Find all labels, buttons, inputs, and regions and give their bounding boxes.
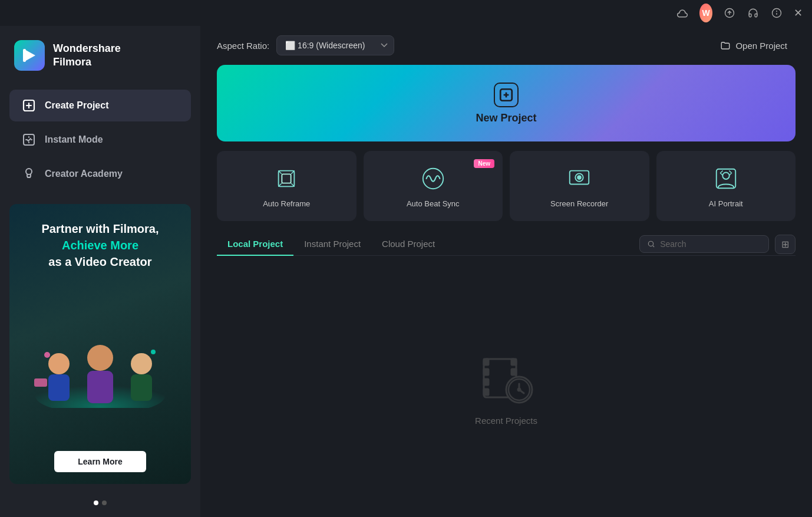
- banner-text: Partner with Filmora, Achieve More as a …: [42, 220, 159, 270]
- reframe-icon: [272, 164, 301, 193]
- ai-portrait-icon: [711, 164, 741, 193]
- svg-rect-15: [131, 374, 152, 401]
- sidebar: Wondershare Filmora Create Project: [0, 26, 200, 517]
- svg-point-25: [577, 176, 581, 179]
- cloud-icon[interactable]: [676, 6, 689, 19]
- svg-marker-4: [25, 50, 35, 61]
- tab-cloud-project[interactable]: Cloud Project: [371, 233, 445, 256]
- beat-sync-icon: [418, 164, 448, 193]
- sidebar-item-creator-academy[interactable]: Creator Academy: [9, 158, 191, 190]
- aspect-ratio-area: Aspect Ratio: ⬜ 16:9 (Widescreen) 4:3 (S…: [217, 35, 394, 55]
- svg-point-17: [151, 350, 156, 354]
- sidebar-nav: Create Project Instant Mode: [0, 90, 200, 190]
- tile-screen-recorder[interactable]: Screen Recorder: [510, 151, 649, 221]
- sidebar-item-label-create: Create Project: [45, 100, 109, 111]
- new-project-banner[interactable]: New Project: [217, 65, 796, 141]
- svg-rect-5: [23, 49, 26, 62]
- main-container: Wondershare Filmora Create Project: [0, 26, 812, 517]
- search-icon: [647, 239, 655, 249]
- banner-dots: [0, 500, 200, 505]
- recent-projects-label: Recent Projects: [475, 416, 537, 426]
- tabs-bar: Local Project Instant Project Cloud Proj…: [217, 233, 796, 256]
- new-project-label: New Project: [476, 112, 536, 124]
- svg-point-16: [44, 352, 50, 358]
- empty-state: Recent Projects: [217, 256, 796, 517]
- feature-tiles: Auto Reframe New Auto Beat Sync: [217, 151, 796, 221]
- plus-square-icon: [21, 98, 37, 113]
- svg-rect-31: [484, 369, 488, 375]
- search-box: [639, 235, 769, 253]
- headphones-icon[interactable]: [747, 6, 760, 19]
- tab-local-project[interactable]: Local Project: [217, 233, 293, 256]
- titlebar: W ✕: [0, 0, 812, 26]
- open-project-button[interactable]: Open Project: [712, 35, 796, 55]
- topbar: Aspect Ratio: ⬜ 16:9 (Widescreen) 4:3 (S…: [200, 26, 812, 65]
- svg-point-27: [722, 173, 729, 179]
- project-tabs: Local Project Instant Project Cloud Proj…: [217, 233, 445, 255]
- new-project-icon: [494, 83, 519, 107]
- tile-ai-portrait[interactable]: AI Portrait: [656, 151, 796, 221]
- svg-rect-13: [87, 371, 113, 403]
- close-icon[interactable]: ✕: [794, 6, 803, 19]
- main-content: Aspect Ratio: ⬜ 16:9 (Widescreen) 4:3 (S…: [200, 26, 812, 517]
- svg-point-10: [48, 353, 70, 374]
- instant-icon: [21, 132, 37, 147]
- svg-rect-21: [282, 174, 291, 183]
- avatar-icon[interactable]: W: [699, 6, 712, 19]
- svg-rect-33: [484, 389, 488, 395]
- tabs-right: ⊞: [639, 235, 796, 254]
- search-input[interactable]: [660, 239, 761, 249]
- tab-instant-project[interactable]: Instant Project: [293, 233, 371, 256]
- tile-auto-beat-sync[interactable]: New Auto Beat Sync: [364, 151, 503, 221]
- aspect-ratio-label: Aspect Ratio:: [217, 41, 269, 51]
- svg-point-14: [131, 353, 152, 374]
- new-badge: New: [474, 159, 494, 168]
- recent-projects-icon: [477, 347, 536, 406]
- bulb-icon: [21, 166, 37, 182]
- sidebar-item-create-project[interactable]: Create Project: [9, 90, 191, 121]
- svg-rect-18: [34, 378, 47, 387]
- project-section: Local Project Instant Project Cloud Proj…: [217, 233, 796, 517]
- banner-people-graphic: [21, 314, 179, 408]
- sidebar-item-label-academy: Creator Academy: [45, 169, 123, 179]
- tile-auto-reframe[interactable]: Auto Reframe: [217, 151, 357, 221]
- tile-ai-portrait-label: AI Portrait: [709, 199, 743, 208]
- tile-auto-reframe-label: Auto Reframe: [263, 199, 310, 208]
- svg-rect-11: [48, 374, 70, 401]
- svg-point-28: [648, 241, 653, 246]
- sidebar-item-label-instant: Instant Mode: [45, 134, 103, 145]
- dot-1[interactable]: [94, 500, 98, 505]
- svg-point-12: [87, 345, 113, 371]
- upload-icon[interactable]: [723, 6, 736, 19]
- filmora-logo-icon: [14, 40, 45, 71]
- svg-point-42: [518, 388, 520, 391]
- logo-area: Wondershare Filmora: [0, 26, 200, 90]
- tile-auto-beat-sync-label: Auto Beat Sync: [407, 199, 460, 208]
- aspect-ratio-select[interactable]: ⬜ 16:9 (Widescreen) 4:3 (Standard) 1:1 (…: [276, 35, 394, 55]
- screen-record-icon: [565, 164, 594, 193]
- learn-more-button[interactable]: Learn More: [54, 451, 146, 472]
- info-icon[interactable]: [770, 6, 783, 19]
- grid-toggle-button[interactable]: ⊞: [775, 235, 796, 254]
- logo-text: Wondershare Filmora: [53, 42, 121, 70]
- dot-2[interactable]: [102, 500, 107, 505]
- svg-point-8: [26, 169, 32, 174]
- svg-rect-34: [511, 359, 516, 365]
- sidebar-item-instant-mode[interactable]: Instant Mode: [9, 124, 191, 156]
- svg-rect-30: [484, 359, 488, 365]
- sidebar-banner: Partner with Filmora, Achieve More as a …: [9, 204, 191, 484]
- tile-screen-recorder-label: Screen Recorder: [550, 199, 608, 208]
- folder-icon: [720, 40, 731, 51]
- svg-rect-32: [484, 379, 488, 385]
- svg-rect-35: [511, 369, 516, 375]
